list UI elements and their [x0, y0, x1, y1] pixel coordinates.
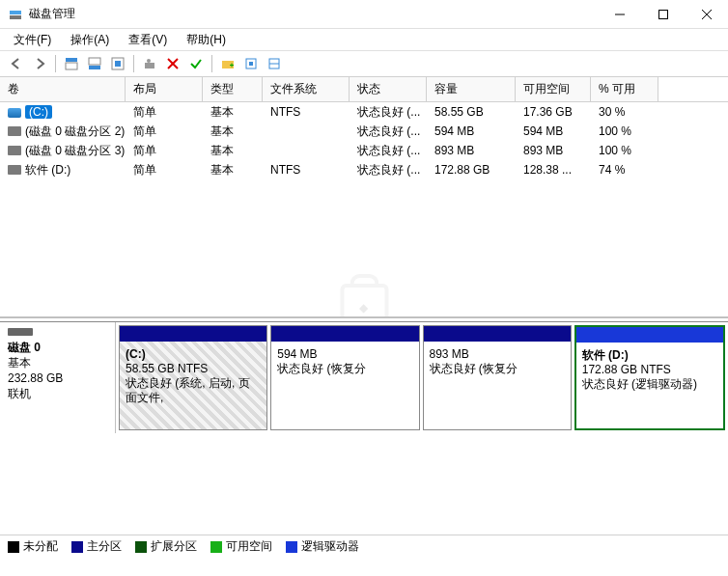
cell-layout: 简单 [126, 122, 203, 142]
partition-box[interactable]: 594 MB状态良好 (恢复分 [270, 325, 419, 430]
menu-action[interactable]: 操作(A) [63, 30, 117, 50]
legend: 未分配主分区扩展分区可用空间逻辑驱动器 [0, 535, 728, 558]
menu-file[interactable]: 文件(F) [6, 30, 59, 50]
action2-icon[interactable] [264, 53, 285, 74]
col-filesystem[interactable]: 文件系统 [263, 77, 350, 101]
partition-box[interactable]: 893 MB状态良好 (恢复分 [423, 325, 572, 430]
cell-type: 基本 [203, 122, 263, 142]
partition-status: 状态良好 (恢复分 [277, 362, 412, 376]
legend-swatch [210, 541, 222, 553]
partition-size: 58.55 GB NTFS [126, 362, 261, 376]
svg-rect-20 [249, 62, 253, 66]
partition-header [271, 326, 418, 342]
volume-row[interactable]: 软件 (D:)简单基本NTFS状态良好 (...172.88 GB128.38 … [0, 160, 728, 179]
cell-free: 594 MB [516, 123, 591, 140]
properties-icon[interactable] [139, 53, 160, 74]
menu-bar: 文件(F) 操作(A) 查看(V) 帮助(H) [0, 29, 728, 50]
volume-list[interactable]: 卷 布局 类型 文件系统 状态 容量 可用空间 % 可用 (C:)简单基本NTF… [0, 77, 728, 318]
window-title: 磁盘管理 [29, 6, 598, 22]
cell-status: 状态良好 (... [350, 141, 427, 161]
view-bottom-icon[interactable] [84, 53, 105, 74]
volume-icon [8, 126, 21, 136]
cell-type: 基本 [203, 160, 263, 180]
svg-rect-6 [66, 58, 77, 62]
partition-header [120, 326, 266, 342]
legend-swatch [71, 541, 83, 553]
partition-box[interactable]: (C:)58.55 GB NTFS状态良好 (系统, 启动, 页面文件, [119, 325, 267, 430]
cell-layout: 简单 [126, 141, 203, 161]
cell-fs: NTFS [263, 103, 350, 121]
legend-label: 主分区 [87, 538, 122, 555]
svg-rect-0 [10, 11, 21, 14]
col-type[interactable]: 类型 [203, 77, 263, 101]
volume-row[interactable]: (磁盘 0 磁盘分区 3)简单基本状态良好 (...893 MB893 MB10… [0, 141, 728, 160]
settings-icon[interactable] [107, 53, 128, 74]
cell-type: 基本 [203, 141, 263, 161]
cell-percent: 100 % [591, 123, 658, 140]
disk-size: 232.88 GB [8, 370, 107, 386]
legend-swatch [135, 541, 147, 553]
cell-percent: 74 % [591, 161, 658, 178]
volume-name: (磁盘 0 磁盘分区 3) [25, 144, 125, 157]
svg-rect-9 [89, 66, 100, 69]
col-free[interactable]: 可用空间 [516, 77, 591, 101]
partition-status: 状态良好 (恢复分 [430, 362, 565, 376]
cell-fs [263, 149, 350, 152]
volume-name: (磁盘 0 磁盘分区 2) [25, 124, 125, 138]
legend-item: 扩展分区 [135, 538, 197, 555]
partition-status: 状态良好 (逻辑驱动器) [582, 377, 717, 392]
back-icon[interactable] [6, 53, 27, 74]
legend-label: 可用空间 [226, 538, 272, 555]
action1-icon[interactable] [240, 53, 262, 74]
col-volume[interactable]: 卷 [0, 77, 126, 101]
volume-list-header: 卷 布局 类型 文件系统 状态 容量 可用空间 % 可用 [0, 77, 728, 102]
delete-icon[interactable] [162, 53, 183, 74]
menu-view[interactable]: 查看(V) [121, 30, 175, 50]
disk-type: 基本 [8, 355, 107, 370]
close-button[interactable] [685, 0, 728, 28]
check-icon[interactable] [185, 53, 207, 74]
col-capacity[interactable]: 容量 [427, 77, 516, 101]
partition-box[interactable]: 软件 (D:)172.88 GB NTFS状态良好 (逻辑驱动器) [574, 325, 725, 430]
volume-row[interactable]: (C:)简单基本NTFS状态良好 (...58.55 GB17.36 GB30 … [0, 102, 728, 122]
menu-help[interactable]: 帮助(H) [179, 30, 234, 50]
maximize-button[interactable] [641, 0, 685, 28]
cell-capacity: 594 MB [427, 123, 516, 140]
cell-capacity: 58.55 GB [427, 103, 516, 121]
legend-label: 逻辑驱动器 [301, 538, 359, 555]
cell-status: 状态良好 (... [350, 102, 427, 123]
volume-icon [8, 165, 21, 175]
partition-title: (C:) [126, 347, 261, 362]
cell-layout: 简单 [126, 160, 203, 180]
col-layout[interactable]: 布局 [126, 77, 203, 101]
view-top-icon[interactable] [61, 53, 82, 74]
volume-row[interactable]: (磁盘 0 磁盘分区 2)简单基本状态良好 (...594 MB594 MB10… [0, 122, 728, 141]
disk-status: 联机 [8, 386, 107, 401]
svg-point-13 [147, 59, 151, 63]
partition-size: 893 MB [430, 347, 565, 362]
cell-layout: 简单 [126, 102, 203, 123]
svg-rect-11 [115, 61, 121, 67]
minimize-button[interactable] [598, 0, 641, 28]
forward-icon[interactable] [29, 53, 50, 74]
disk-info[interactable]: 磁盘 0 基本 232.88 GB 联机 [0, 322, 116, 433]
disk-graphical-view: 磁盘 0 基本 232.88 GB 联机 (C:)58.55 GB NTFS状态… [0, 321, 728, 433]
col-status[interactable]: 状态 [350, 77, 427, 101]
partition-header [576, 327, 723, 343]
cell-free: 893 MB [516, 142, 591, 159]
volume-name: 软件 (D:) [25, 163, 70, 177]
svg-rect-3 [658, 10, 667, 18]
disk-label: 磁盘 0 [8, 340, 107, 355]
volume-name: (C:) [25, 105, 52, 119]
svg-rect-8 [89, 58, 100, 65]
app-icon [8, 7, 23, 22]
partition-status: 状态良好 (系统, 启动, 页面文件, [126, 376, 261, 405]
cell-free: 128.38 ... [516, 161, 591, 178]
legend-label: 未分配 [23, 538, 58, 555]
partition-title: 软件 (D:) [582, 348, 717, 363]
col-percent[interactable]: % 可用 [591, 77, 658, 101]
folder-add-icon[interactable] [217, 53, 238, 74]
legend-item: 可用空间 [210, 538, 272, 555]
volume-icon [8, 108, 21, 118]
watermark: ◆ 安下载 anxz.com [319, 284, 408, 318]
